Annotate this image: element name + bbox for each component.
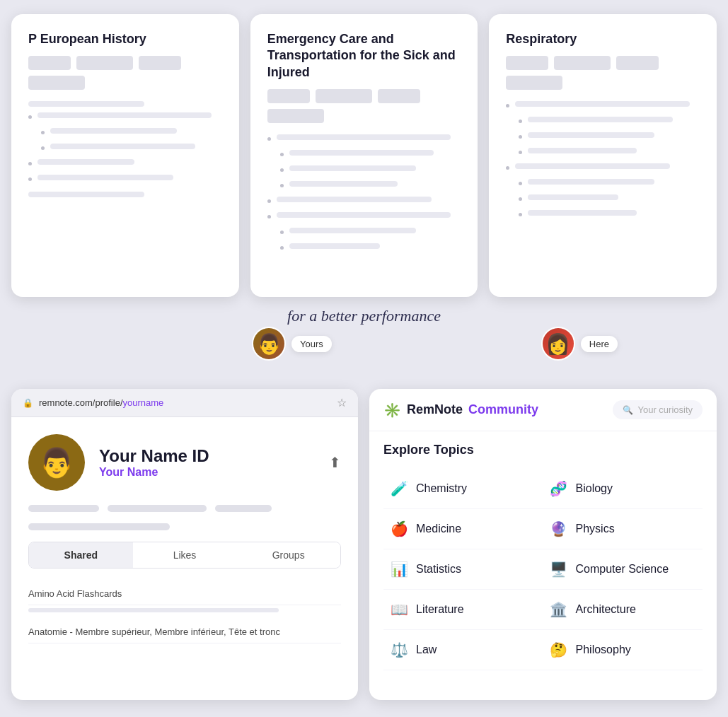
doc-card-2: Emergency Care and Transportation for th…: [250, 14, 478, 297]
topic-biology[interactable]: 🧬 Biology: [543, 469, 703, 509]
user-bubble-right: 👩 Here: [541, 327, 618, 361]
topic-physics[interactable]: 🔮 Physics: [543, 509, 703, 549]
mid-section: for a better performance 👨 Yours 👩 Here: [11, 297, 717, 382]
medicine-label: Medicine: [416, 523, 461, 535]
badge-icon: [139, 56, 181, 70]
bullet-dot: [519, 182, 522, 185]
topic-medicine[interactable]: 🍎 Medicine: [383, 509, 543, 549]
bullet-text: [289, 150, 434, 156]
tab-shared[interactable]: Shared: [29, 542, 133, 568]
bullet-dot: [267, 199, 271, 203]
bullet-dot: [519, 135, 522, 139]
bullet-dot: [506, 166, 509, 170]
badge-icon: [616, 56, 659, 70]
statistics-icon: 📊: [389, 561, 409, 578]
bullet-dot: [280, 168, 284, 172]
search-bar[interactable]: 🔍 Your curiosity: [613, 400, 703, 419]
bullet-text: [277, 197, 432, 202]
topic-philosophy[interactable]: 🤔 Philosophy: [543, 630, 703, 670]
bullet4: [28, 159, 222, 170]
card1-title: P European History: [28, 31, 222, 47]
topics-grid: 🧪 Chemistry 🧬 Biology 🍎 Medicine 🔮 Physi…: [383, 469, 703, 670]
biology-icon: 🧬: [549, 480, 569, 497]
bullet-text: [528, 179, 654, 185]
bullet3: [280, 165, 461, 177]
bullet-dot: [280, 153, 284, 156]
logo-community-text: Community: [468, 402, 538, 417]
bullet5: [267, 197, 461, 208]
avatar-image-right: 👩: [543, 328, 574, 359]
chemistry-label: Chemistry: [416, 482, 467, 495]
skeleton: [28, 101, 144, 107]
profile-username: Your Name: [99, 466, 315, 479]
doc-card-1: P European History: [11, 14, 239, 297]
bullet7: [280, 228, 461, 239]
bullet-text: [50, 128, 177, 134]
community-logo: ✳️ RemNote Community: [383, 402, 538, 419]
literature-icon: 📖: [389, 601, 409, 618]
bullet-dot: [519, 213, 522, 216]
physics-label: Physics: [576, 523, 615, 535]
badge-icon: [378, 89, 420, 103]
stat-bar-1: [28, 505, 99, 512]
statistics-label: Statistics: [416, 563, 461, 576]
skeleton: [28, 192, 144, 197]
bullet-text: [37, 112, 212, 118]
topic-law[interactable]: ⚖️ Law: [383, 630, 543, 670]
bullet-dot: [41, 146, 45, 150]
topic-statistics[interactable]: 📊 Statistics: [383, 549, 543, 590]
computer-science-icon: 🖥️: [549, 561, 569, 578]
law-icon: ⚖️: [389, 641, 409, 658]
skeleton-bar: [28, 608, 279, 612]
share-button[interactable]: ⬆: [329, 454, 341, 471]
tab-likes[interactable]: Likes: [133, 542, 237, 568]
bullet1: [506, 101, 700, 112]
username-left: Yours: [291, 336, 332, 352]
avatar-emoji: 👨: [39, 446, 74, 479]
topic-literature[interactable]: 📖 Literature: [383, 590, 543, 630]
bullet-text: [37, 175, 173, 180]
badge-extra: [506, 76, 562, 90]
card3-badges: [506, 56, 700, 90]
bullet-text: [528, 117, 673, 122]
url-name: yourname: [123, 397, 164, 408]
bullet-text: [528, 194, 618, 200]
bullet-text: [289, 165, 416, 171]
topic-architecture[interactable]: 🏛️ Architecture: [543, 590, 703, 630]
bullet8: [519, 210, 700, 221]
bookmark-button[interactable]: ☆: [337, 396, 347, 409]
bullet-text: [515, 163, 670, 169]
biology-label: Biology: [576, 482, 613, 495]
stat-bar-3: [215, 505, 272, 512]
bullet-dot: [28, 115, 32, 119]
architecture-label: Architecture: [576, 603, 636, 616]
bullet-dot: [267, 137, 271, 141]
tab-groups[interactable]: Groups: [236, 542, 340, 568]
topics-section: Explore Topics 🧪 Chemistry 🧬 Biology 🍎 M…: [369, 431, 717, 700]
bullet-text: [37, 159, 134, 165]
remnote-logo-icon: ✳️: [383, 402, 401, 419]
browser-url: remnote.com/profile/yourname: [39, 397, 163, 408]
topic-computer-science[interactable]: 🖥️ Computer Science: [543, 549, 703, 590]
document-cards-section: P European History: [0, 0, 728, 297]
bullet7: [519, 194, 700, 206]
bullet1: [28, 112, 222, 124]
card3-title: Respiratory: [506, 31, 700, 47]
list-item-1: Amino Acid Flashcards: [28, 583, 341, 605]
badge-md: [76, 56, 133, 70]
doc-card-3: Respiratory: [489, 14, 717, 297]
profile-tabs[interactable]: Shared Likes Groups: [28, 542, 341, 569]
bullet5: [506, 163, 700, 175]
profile-name: Your Name ID: [99, 446, 315, 466]
topic-chemistry[interactable]: 🧪 Chemistry: [383, 469, 543, 509]
badge-sm: [267, 89, 310, 103]
bullet-text: [528, 148, 636, 153]
badge-extra: [28, 76, 85, 90]
community-header: ✳️ RemNote Community 🔍 Your curiosity: [369, 389, 717, 431]
bullet-text: [289, 228, 416, 233]
law-label: Law: [416, 643, 437, 656]
bullet-text: [528, 132, 654, 138]
bullet2: [280, 150, 461, 161]
lock-icon: 🔒: [23, 398, 33, 408]
bullet-dot: [28, 162, 32, 165]
